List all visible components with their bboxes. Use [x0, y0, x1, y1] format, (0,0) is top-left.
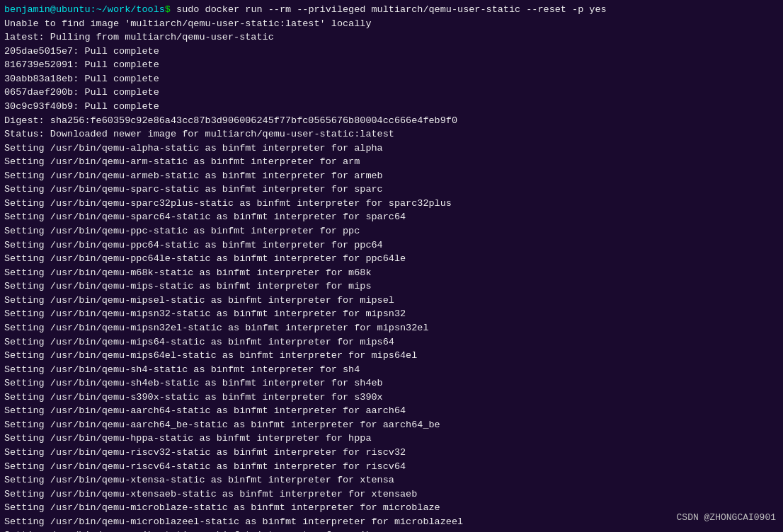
terminal-line: Setting /usr/bin/qemu-mips64-static as b… — [4, 335, 779, 349]
terminal-line: Setting /usr/bin/qemu-hppa-static as bin… — [4, 432, 779, 446]
terminal-line: benjamin@ubuntu:~/work/tools$ sudo docke… — [4, 3, 779, 17]
terminal-line: Setting /usr/bin/qemu-mips64el-static as… — [4, 349, 779, 363]
terminal-line: Setting /usr/bin/qemu-or1k-static as bin… — [4, 528, 779, 532]
terminal-line: Setting /usr/bin/qemu-mipsn32el-static a… — [4, 321, 779, 335]
terminal-line: Setting /usr/bin/qemu-microblaze-static … — [4, 501, 779, 515]
terminal-line: Setting /usr/bin/qemu-mips-static as bin… — [4, 279, 779, 294]
terminal-output: benjamin@ubuntu:~/work/tools$ sudo docke… — [4, 3, 779, 532]
terminal-line: Setting /usr/bin/qemu-riscv64-static as … — [4, 460, 779, 474]
terminal-line: Setting /usr/bin/qemu-mipsel-static as b… — [4, 294, 779, 308]
terminal-line: 816739e52091: Pull complete — [4, 58, 779, 72]
terminal-line: 30abb83a18eb: Pull complete — [4, 72, 779, 86]
terminal-line: Status: Downloaded newer image for multi… — [4, 127, 779, 141]
terminal-line: Setting /usr/bin/qemu-mipsn32-static as … — [4, 307, 779, 321]
terminal-line: Setting /usr/bin/qemu-s390x-static as bi… — [4, 391, 779, 405]
terminal-line: Setting /usr/bin/qemu-arm-static as binf… — [4, 155, 779, 169]
terminal[interactable]: benjamin@ubuntu:~/work/tools$ sudo docke… — [0, 0, 783, 532]
terminal-line: Setting /usr/bin/qemu-xtensaeb-static as… — [4, 487, 779, 502]
terminal-line: Setting /usr/bin/qemu-sparc64-static as … — [4, 210, 779, 224]
terminal-line: Setting /usr/bin/qemu-ppc-static as binf… — [4, 224, 779, 238]
terminal-line: Setting /usr/bin/qemu-sh4eb-static as bi… — [4, 376, 779, 391]
terminal-line: Setting /usr/bin/qemu-alpha-static as bi… — [4, 141, 779, 156]
terminal-line: Setting /usr/bin/qemu-aarch64_be-static … — [4, 418, 779, 432]
terminal-line: latest: Pulling from multiarch/qemu-user… — [4, 30, 779, 45]
terminal-line: Setting /usr/bin/qemu-sparc-static as bi… — [4, 183, 779, 197]
terminal-line: Unable to find image 'multiarch/qemu-use… — [4, 17, 779, 31]
terminal-line: Digest: sha256:fe60359c92e86a43cc87b3d90… — [4, 114, 779, 128]
terminal-line: 205dae5015e7: Pull complete — [4, 45, 779, 59]
terminal-line: Setting /usr/bin/qemu-xtensa-static as b… — [4, 473, 779, 487]
watermark: CSDN @ZHONGCAI0901 — [677, 511, 776, 525]
terminal-line: 30c9c93f40b9: Pull complete — [4, 100, 779, 114]
terminal-line: Setting /usr/bin/qemu-microblazeel-stati… — [4, 515, 779, 529]
terminal-line: Setting /usr/bin/qemu-sparc32plus-static… — [4, 197, 779, 211]
terminal-line: Setting /usr/bin/qemu-riscv32-static as … — [4, 446, 779, 460]
terminal-line: Setting /usr/bin/qemu-ppc64le-static as … — [4, 252, 779, 266]
terminal-line: Setting /usr/bin/qemu-aarch64-static as … — [4, 404, 779, 418]
terminal-line: 0657daef200b: Pull complete — [4, 86, 779, 100]
terminal-line: Setting /usr/bin/qemu-ppc64-static as bi… — [4, 238, 779, 253]
terminal-line: Setting /usr/bin/qemu-m68k-static as bin… — [4, 266, 779, 280]
terminal-line: Setting /usr/bin/qemu-sh4-static as binf… — [4, 363, 779, 377]
terminal-line: Setting /usr/bin/qemu-armeb-static as bi… — [4, 169, 779, 183]
